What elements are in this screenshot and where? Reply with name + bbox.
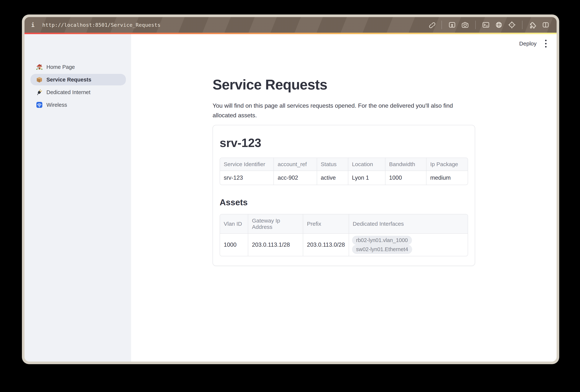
page-description: You will find on this page all services … (213, 101, 469, 120)
assets-title: Assets (220, 197, 468, 207)
sidebar-item-label: Home Page (46, 64, 75, 70)
sidebar-item-label: Wireless (46, 102, 67, 108)
sidebar-item-label: Service Requests (46, 77, 91, 83)
column-header: Ip Package (426, 158, 468, 171)
service-id-title: srv-123 (220, 136, 468, 150)
sidebar-item-dedicated-internet[interactable]: Dedicated Internet (30, 87, 126, 98)
table-cell: Lyon 1 (348, 171, 385, 185)
table-cell: 1000 (385, 171, 426, 185)
split-view-icon[interactable] (541, 21, 550, 29)
house-icon (36, 63, 43, 71)
main-content: Deploy Service Requests You will find on… (131, 34, 557, 362)
browser-window: i http://localhost:8501/Service_Requests (22, 14, 559, 364)
column-header: account_ref (274, 158, 317, 171)
browser-toolbar (427, 21, 550, 29)
column-header: Status (317, 158, 348, 171)
column-header: Prefix (303, 214, 349, 234)
table-header-row: Vlan ID Gateway Ip Address Prefix Dedica… (220, 214, 468, 234)
page-title: Service Requests (213, 76, 475, 93)
address-bar[interactable]: http://localhost:8501/Service_Requests (42, 22, 160, 28)
table-cell: 203.0.113.0/28 (303, 234, 349, 256)
terminal-icon[interactable] (482, 21, 490, 29)
interface-badge: sw02-lyn01.Ethernet4 (352, 245, 412, 254)
package-icon (36, 76, 43, 83)
app-body: Home Page Service Requests (24, 34, 557, 362)
sidebar-item-wireless[interactable]: Wireless (30, 99, 126, 111)
column-header: Location (348, 158, 385, 171)
table-header-row: Service Identifier account_ref Status Lo… (220, 158, 468, 171)
toolbar-separator (522, 21, 522, 29)
column-header: Gateway Ip Address (248, 214, 303, 234)
table-cell: medium (426, 171, 468, 185)
column-header: Dedicated Interfaces (349, 214, 468, 234)
column-header: Bandwidth (385, 158, 426, 171)
interface-badge: rb02-lyn01.vlan_1000 (352, 236, 412, 245)
link-icon[interactable] (427, 21, 435, 29)
table-row: 1000 203.0.113.1/28 203.0.113.0/28 rb02-… (220, 234, 468, 256)
puzzle-icon[interactable] (528, 21, 537, 29)
app-header-actions: Deploy (519, 39, 547, 48)
camera-icon[interactable] (461, 21, 469, 29)
globe-icon[interactable] (495, 21, 503, 29)
assets-table: Vlan ID Gateway Ip Address Prefix Dedica… (220, 214, 468, 256)
table-cell: 203.0.113.1/28 (248, 234, 303, 256)
table-row: srv-123 acc-902 active Lyon 1 1000 mediu… (220, 171, 468, 185)
wifi-icon (36, 101, 43, 109)
kebab-menu-icon[interactable] (544, 39, 547, 48)
plug-icon (36, 89, 43, 96)
table-cell: acc-902 (274, 171, 317, 185)
table-cell: 1000 (220, 234, 248, 256)
sidebar: Home Page Service Requests (24, 34, 131, 362)
toolbar-separator (441, 21, 442, 29)
image-icon[interactable] (448, 21, 456, 29)
target-icon[interactable] (508, 21, 516, 29)
app-accent-bar (24, 33, 557, 34)
column-header: Service Identifier (220, 158, 274, 171)
deploy-button[interactable]: Deploy (519, 40, 537, 47)
page-column: Service Requests You will find on this p… (213, 34, 475, 266)
table-cell: srv-123 (220, 171, 274, 185)
table-cell: active (317, 171, 348, 185)
info-icon[interactable]: i (31, 22, 34, 28)
service-request-card: srv-123 Service Identifier (213, 125, 475, 266)
column-header: Vlan ID (220, 214, 248, 234)
sidebar-item-service-requests[interactable]: Service Requests (30, 74, 126, 85)
service-table: Service Identifier account_ref Status Lo… (220, 158, 468, 185)
sidebar-item-home-page[interactable]: Home Page (30, 61, 126, 73)
browser-titlebar: i http://localhost:8501/Service_Requests (24, 17, 557, 33)
sidebar-item-label: Dedicated Internet (46, 89, 90, 95)
table-cell: rb02-lyn01.vlan_1000 sw02-lyn01.Ethernet… (349, 234, 468, 256)
browser-window-inner: i http://localhost:8501/Service_Requests (24, 17, 557, 362)
toolbar-separator (475, 21, 476, 29)
